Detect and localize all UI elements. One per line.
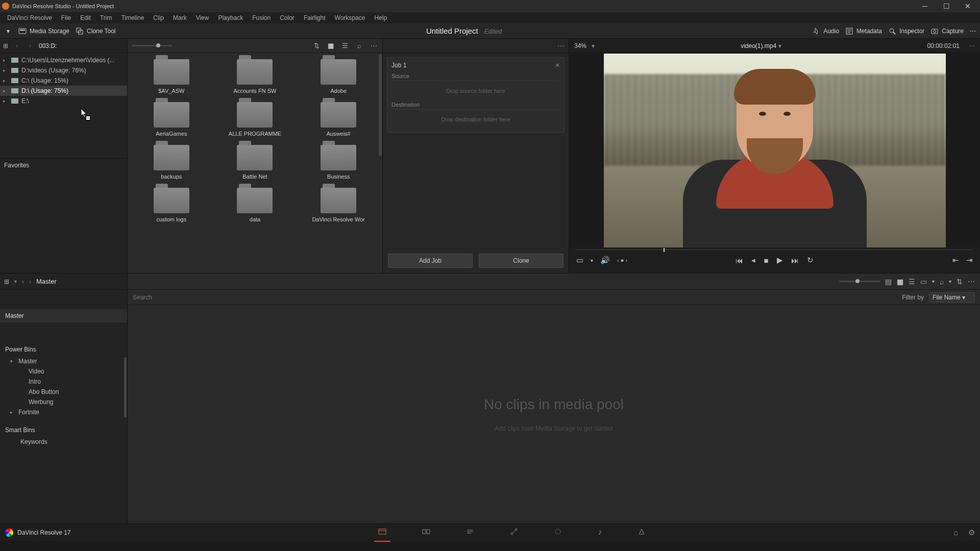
expand-icon[interactable]: ▸ — [3, 98, 8, 104]
mp-more-icon[interactable]: ⋯ — [968, 278, 975, 286]
menu-playback[interactable]: Playback — [214, 13, 247, 22]
sort-icon[interactable]: ⇅ — [312, 41, 321, 51]
expand-icon[interactable]: ▸ — [3, 68, 8, 73]
home-button[interactable]: ⌂ — [953, 528, 958, 537]
master-bin[interactable]: Master — [0, 309, 127, 322]
maximize-button[interactable]: ☐ — [936, 1, 957, 11]
clip-dropdown-icon[interactable]: ▾ — [778, 42, 781, 49]
powerbin-item[interactable]: ▾Master — [0, 356, 127, 366]
deliver-page-button[interactable] — [638, 528, 646, 538]
metadata-toggle[interactable]: Metadata — [845, 27, 882, 35]
powerbins-scrollbar[interactable] — [124, 357, 127, 417]
loop-button[interactable]: ↻ — [807, 256, 814, 265]
thumbnail-size-slider[interactable] — [132, 45, 173, 46]
menu-edit[interactable]: Edit — [76, 13, 95, 22]
settings-button[interactable]: ⚙ — [968, 528, 975, 537]
close-button[interactable]: ✕ — [958, 1, 978, 11]
mp-search-dropdown-icon[interactable]: ▾ — [949, 279, 951, 284]
powerbin-item[interactable]: ▸Fortnite — [0, 407, 127, 417]
grid-view-icon[interactable]: ▦ — [326, 41, 335, 51]
clip-name[interactable]: video(1).mp4 — [741, 42, 776, 49]
prev-frame-button[interactable]: ◂ — [751, 256, 755, 265]
bin-crumb[interactable]: Master — [36, 278, 57, 285]
bin-panel-dropdown-icon[interactable]: ▾ — [14, 279, 17, 284]
scrollbar[interactable] — [379, 54, 382, 156]
folder-item[interactable]: backups — [132, 145, 211, 180]
mp-grid-view-icon[interactable]: ▦ — [897, 278, 903, 286]
folder-item[interactable]: DaVinci Resolve Wor — [299, 188, 378, 222]
audio-toggle[interactable]: Audio — [812, 27, 839, 35]
menu-color[interactable]: Color — [276, 13, 299, 22]
list-view-icon[interactable]: ☰ — [340, 41, 350, 51]
folder-item[interactable]: $AV_ASW — [132, 59, 211, 94]
folder-item[interactable]: custom logs — [132, 188, 211, 222]
mp-sort-icon[interactable]: ⇅ — [957, 278, 963, 286]
powerbin-item[interactable]: Werbung — [0, 397, 127, 407]
workspace-menu-button[interactable]: ▾ — [4, 27, 12, 35]
destination-drop-zone[interactable]: Drop destination folder here — [391, 111, 560, 128]
folder-item[interactable]: data — [215, 188, 295, 222]
display-mode-dropdown-icon[interactable]: ▾ — [591, 258, 593, 263]
insert-icon[interactable]: ⇥ — [966, 256, 973, 265]
drive-item[interactable]: ▸D:\ (Usage: 75%) — [0, 86, 127, 96]
minimize-button[interactable]: ─ — [915, 1, 935, 11]
expand-icon[interactable]: ▸ — [3, 78, 8, 83]
drive-item[interactable]: ▸D:\videos (Usage: 76%) — [0, 65, 127, 76]
expand-icon[interactable]: ▾ — [10, 359, 15, 364]
capture-toggle[interactable]: Capture — [930, 27, 964, 35]
mp-search-input[interactable] — [133, 294, 897, 301]
menu-view[interactable]: View — [192, 13, 213, 22]
menu-clip[interactable]: Clip — [149, 13, 168, 22]
menu-file[interactable]: File — [57, 13, 75, 22]
folder-item[interactable]: Battle Net — [215, 145, 295, 180]
inspector-toggle[interactable]: Inspector — [888, 27, 924, 35]
expand-icon[interactable]: ▸ — [10, 410, 15, 415]
scrub-bar[interactable] — [576, 247, 973, 253]
mp-thumbnail-slider[interactable] — [839, 281, 880, 282]
jog-prev-icon[interactable]: ‹ ● › — [617, 257, 627, 263]
folder-item[interactable]: Ausweis# — [299, 102, 378, 137]
menu-davinci-resolve[interactable]: DaVinci Resolve — [3, 13, 56, 22]
media-storage-button[interactable]: Media Storage — [18, 27, 69, 35]
drive-item[interactable]: ▸C:\Users\Lizenznehmer\Videos (... — [0, 55, 127, 65]
fusion-page-button[interactable] — [510, 528, 518, 538]
cut-page-button[interactable] — [422, 528, 430, 538]
stop-button[interactable]: ■ — [764, 256, 768, 265]
more-options-icon[interactable]: ⋯ — [369, 41, 378, 51]
mp-strip-view-icon[interactable]: ▤ — [885, 278, 892, 286]
powerbin-item[interactable]: Abo Button — [0, 387, 127, 397]
menu-workspace[interactable]: Workspace — [331, 13, 370, 22]
timecode[interactable]: 00:00:02:01 — [927, 42, 960, 49]
fairlight-page-button[interactable]: ♪ — [598, 528, 602, 538]
smartbin-item[interactable]: Keywords — [0, 437, 127, 447]
folder-item[interactable]: AeriaGames — [132, 102, 211, 137]
bin-forward-button[interactable]: › — [29, 278, 31, 285]
folder-item[interactable]: Adobe — [299, 59, 378, 94]
zoom-level[interactable]: 34% — [574, 42, 586, 49]
source-drop-zone[interactable]: Drop source folder here — [391, 82, 560, 99]
mp-split-dropdown-icon[interactable]: ▾ — [932, 279, 935, 284]
zoom-dropdown-icon[interactable]: ▾ — [592, 42, 595, 49]
edit-page-button[interactable] — [466, 528, 474, 538]
viewer-canvas[interactable] — [569, 53, 980, 247]
last-frame-button[interactable]: ⏭ — [791, 256, 799, 265]
color-page-button[interactable] — [554, 528, 562, 538]
search-icon[interactable]: ⌕ — [355, 41, 364, 51]
job-close-button[interactable]: ✕ — [555, 62, 560, 69]
drive-item[interactable]: ▸E:\ — [0, 96, 127, 106]
add-job-button[interactable]: Add Job — [388, 254, 473, 268]
powerbin-item[interactable]: Intro — [0, 377, 127, 387]
mp-list-view-icon[interactable]: ☰ — [909, 278, 915, 286]
mp-search-icon[interactable]: ⌕ — [940, 278, 944, 286]
forward-button[interactable]: › — [26, 42, 35, 49]
expand-icon[interactable]: ▸ — [3, 58, 8, 63]
mp-split-view-icon[interactable]: ▭ — [920, 278, 927, 286]
powerbin-item[interactable]: Video — [0, 366, 127, 377]
clone-more-icon[interactable]: ⋯ — [557, 42, 565, 50]
match-frame-icon[interactable]: ⇤ — [952, 256, 959, 265]
viewer-more-icon[interactable]: ⋯ — [969, 42, 975, 49]
drive-item[interactable]: ▸C:\ (Usage: 15%) — [0, 76, 127, 86]
menu-fusion[interactable]: Fusion — [248, 13, 275, 22]
bin-back-button[interactable]: ‹ — [22, 278, 24, 285]
clone-button[interactable]: Clone — [479, 254, 564, 268]
